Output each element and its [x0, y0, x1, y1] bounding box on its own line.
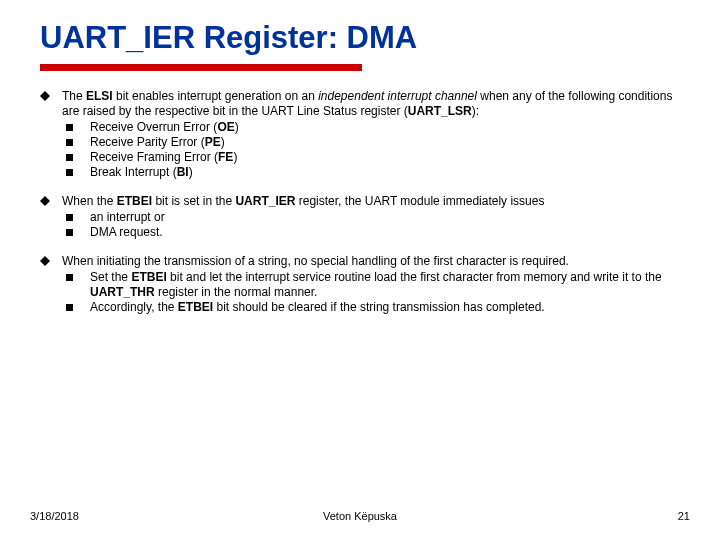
bullet-item: When initiating the transmission of a st… [40, 254, 680, 315]
square-bullet-icon [62, 210, 90, 225]
square-bullet-icon [62, 165, 90, 180]
square-bullet-icon [62, 300, 90, 315]
sub-bullet-text: Receive Framing Error (FE) [90, 150, 680, 165]
svg-rect-4 [66, 169, 73, 176]
svg-rect-9 [66, 274, 73, 281]
sub-bullet-item: Break Interrupt (BI) [62, 165, 680, 180]
square-bullet-icon [62, 150, 90, 165]
svg-marker-5 [40, 196, 50, 206]
sub-bullet-text: Receive Overrun Error (OE) [90, 120, 680, 135]
slide-body: The ELSI bit enables interrupt generatio… [40, 89, 680, 315]
svg-rect-1 [66, 124, 73, 131]
bullet-item: When the ETBEI bit is set in the UART_IE… [40, 194, 680, 240]
sub-bullet-text: Set the ETBEI bit and let the interrupt … [90, 270, 680, 300]
sub-bullet-text: an interrupt or [90, 210, 680, 225]
bullet-text: The ELSI bit enables interrupt generatio… [62, 89, 680, 180]
sub-bullet-item: Receive Parity Error (PE) [62, 135, 680, 150]
sub-bullet-text: Accordingly, the ETBEI bit should be cle… [90, 300, 680, 315]
sub-bullet-text: Break Interrupt (BI) [90, 165, 680, 180]
sub-bullet-item: Receive Overrun Error (OE) [62, 120, 680, 135]
sub-bullet-text: Receive Parity Error (PE) [90, 135, 680, 150]
svg-rect-7 [66, 229, 73, 236]
sub-bullet-item: an interrupt or [62, 210, 680, 225]
diamond-bullet-icon [40, 194, 62, 240]
sub-bullet-item: Receive Framing Error (FE) [62, 150, 680, 165]
slide-title: UART_IER Register: DMA [40, 20, 680, 56]
footer-author: Veton Këpuska [30, 510, 690, 522]
svg-rect-2 [66, 139, 73, 146]
title-underline [40, 64, 362, 71]
footer-page-number: 21 [678, 510, 690, 522]
sub-bullet-item: DMA request. [62, 225, 680, 240]
sub-bullet-text: DMA request. [90, 225, 680, 240]
svg-marker-8 [40, 256, 50, 266]
bullet-item: The ELSI bit enables interrupt generatio… [40, 89, 680, 180]
diamond-bullet-icon [40, 254, 62, 315]
svg-rect-10 [66, 304, 73, 311]
square-bullet-icon [62, 120, 90, 135]
sub-bullet-item: Set the ETBEI bit and let the interrupt … [62, 270, 680, 300]
sub-bullet-item: Accordingly, the ETBEI bit should be cle… [62, 300, 680, 315]
slide-footer: 3/18/2018 Veton Këpuska 21 [30, 510, 690, 522]
square-bullet-icon [62, 225, 90, 240]
svg-rect-6 [66, 214, 73, 221]
bullet-text: When initiating the transmission of a st… [62, 254, 680, 315]
svg-rect-3 [66, 154, 73, 161]
bullet-text: When the ETBEI bit is set in the UART_IE… [62, 194, 680, 240]
diamond-bullet-icon [40, 89, 62, 180]
square-bullet-icon [62, 135, 90, 150]
svg-marker-0 [40, 91, 50, 101]
square-bullet-icon [62, 270, 90, 300]
